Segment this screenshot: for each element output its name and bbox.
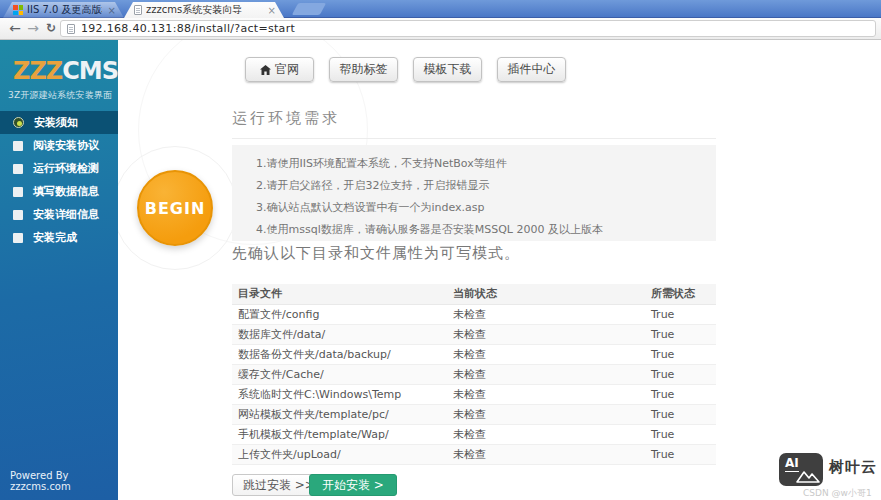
radio-selected-icon bbox=[13, 117, 24, 128]
url-box[interactable]: 192.168.40.131:88/install/?act=start bbox=[60, 20, 876, 37]
sidebar-item-db-info[interactable]: 填写数据信息 bbox=[0, 180, 118, 203]
section-title-environment: 运行环境需求 bbox=[232, 109, 716, 139]
watermark: AI 树叶云 CSDN @w小哥1 bbox=[775, 450, 881, 500]
windows-icon bbox=[13, 5, 23, 15]
cell-current-status: 未检查 bbox=[447, 304, 645, 324]
sidebar-item-install-details[interactable]: 安装详细信息 bbox=[0, 203, 118, 226]
official-site-button[interactable]: 官网 bbox=[245, 57, 314, 82]
watermark-brand: 树叶云 bbox=[829, 458, 877, 477]
col-header-required-status: 所需状态 bbox=[645, 284, 716, 304]
sidebar-item-license[interactable]: 阅读安装协议 bbox=[0, 134, 118, 157]
requirement-item: 4.使用mssql数据库，请确认服务器是否安装MSSQL 2000 及以上版本 bbox=[256, 219, 716, 241]
checkbox-icon bbox=[13, 210, 23, 220]
forward-icon[interactable]: → bbox=[24, 18, 42, 40]
template-download-button[interactable]: 模板下载 bbox=[413, 57, 482, 82]
sidebar-item-label: 阅读安装协议 bbox=[33, 138, 99, 153]
cell-required-status: True bbox=[645, 304, 716, 324]
cell-directory: 缓存文件/Cache/ bbox=[232, 364, 447, 384]
sidebar-item-install-notes[interactable]: 安装须知 bbox=[0, 111, 118, 134]
table-row: 配置文件/config 未检查 True bbox=[232, 304, 716, 324]
cell-current-status: 未检查 bbox=[447, 344, 645, 364]
sidebar-item-install-done[interactable]: 安装完成 bbox=[0, 226, 118, 249]
cell-current-status: 未检查 bbox=[447, 324, 645, 344]
mountain-icon bbox=[796, 468, 820, 483]
cell-required-status: True bbox=[645, 444, 716, 464]
checkbox-icon bbox=[13, 187, 23, 197]
col-header-directory: 目录文件 bbox=[232, 284, 447, 304]
install-steps-menu: 安装须知 阅读安装协议 运行环境检测 填写数据信息 安装详细信息 安装完成 bbox=[0, 111, 118, 249]
reload-icon[interactable]: ↻ bbox=[43, 18, 59, 40]
page-icon bbox=[67, 24, 75, 34]
logo-zzz: ZZZ bbox=[13, 57, 62, 85]
col-header-current-status: 当前状态 bbox=[447, 284, 645, 304]
close-icon[interactable]: × bbox=[106, 5, 118, 16]
sidebar: ZZZCMS 3Z开源建站系统安装界面 安装须知 阅读安装协议 运行环境检测 填… bbox=[0, 40, 118, 500]
main-content: BEGIN 官网 帮助标签 模板下载 插件中心 运行环境需求 1.请使用IIS环… bbox=[118, 40, 881, 500]
sidebar-item-env-check[interactable]: 运行环境检测 bbox=[0, 157, 118, 180]
button-label: 官网 bbox=[275, 61, 299, 78]
logo-subtitle: 3Z开源建站系统安装界面 bbox=[8, 89, 112, 102]
top-nav: 官网 帮助标签 模板下载 插件中心 bbox=[245, 57, 566, 82]
cell-directory: 手机模板文件/template/Wap/ bbox=[232, 424, 447, 444]
button-label: 帮助标签 bbox=[340, 61, 388, 78]
table-row: 缓存文件/Cache/ 未检查 True bbox=[232, 364, 716, 384]
section-title-writable: 先确认以下目录和文件属性为可写模式。 bbox=[232, 244, 520, 263]
table-row: 数据库文件/data/ 未检查 True bbox=[232, 324, 716, 344]
button-label: 模板下载 bbox=[424, 61, 472, 78]
screenshot-root: IIS 7.0 及更高版本 × zzzcms系统安装向导 × ← → ↻ 192… bbox=[0, 0, 881, 500]
powered-by: Powered By zzzcms.com bbox=[10, 470, 118, 492]
url-text: 192.168.40.131:88/install/?act=start bbox=[81, 22, 295, 35]
start-install-button[interactable]: 开始安装 > bbox=[309, 474, 397, 496]
cell-required-status: True bbox=[645, 384, 716, 404]
sidebar-item-label: 安装须知 bbox=[34, 115, 78, 130]
requirement-item: 3.确认站点默认文档设置中有一个为index.asp bbox=[256, 197, 716, 219]
sidebar-item-label: 安装详细信息 bbox=[33, 207, 99, 222]
requirement-item: 1.请使用IIS环境配置本系统，不支持NetBox等组件 bbox=[256, 153, 716, 175]
zzzcms-logo: ZZZCMS bbox=[13, 57, 118, 85]
shuyeyun-logo: AI bbox=[779, 453, 823, 486]
cell-current-status: 未检查 bbox=[447, 364, 645, 384]
help-tags-button[interactable]: 帮助标签 bbox=[329, 57, 398, 82]
tab-title: zzzcms系统安装向导 bbox=[146, 3, 262, 17]
begin-button[interactable]: BEGIN bbox=[137, 170, 213, 246]
cell-required-status: True bbox=[645, 344, 716, 364]
plugin-center-button[interactable]: 插件中心 bbox=[497, 57, 566, 82]
page-icon bbox=[134, 5, 142, 15]
cell-current-status: 未检查 bbox=[447, 384, 645, 404]
cell-directory: 系统临时文件C:\Windows\Temp bbox=[232, 384, 447, 404]
cell-directory: 配置文件/config bbox=[232, 304, 447, 324]
new-tab-button[interactable] bbox=[292, 3, 326, 15]
tab-zzzcms-installer[interactable]: zzzcms系统安装向导 × bbox=[124, 2, 284, 18]
home-icon bbox=[260, 65, 271, 75]
cell-directory: 数据库文件/data/ bbox=[232, 324, 447, 344]
cell-directory: 数据备份文件夹/data/backup/ bbox=[232, 344, 447, 364]
cell-directory: 网站模板文件夹/template/pc/ bbox=[232, 404, 447, 424]
cell-current-status: 未检查 bbox=[447, 424, 645, 444]
cell-required-status: True bbox=[645, 324, 716, 344]
tab-bar: IIS 7.0 及更高版本 × zzzcms系统安装向导 × bbox=[0, 0, 881, 18]
cell-required-status: True bbox=[645, 364, 716, 384]
tab-iis-help[interactable]: IIS 7.0 及更高版本 × bbox=[3, 2, 124, 18]
cell-required-status: True bbox=[645, 424, 716, 444]
table-row: 系统临时文件C:\Windows\Temp 未检查 True bbox=[232, 384, 716, 404]
table-header-row: 目录文件 当前状态 所需状态 bbox=[232, 284, 716, 304]
writable-check-table: 目录文件 当前状态 所需状态 配置文件/config 未检查 True 数据库文… bbox=[232, 284, 716, 465]
button-label: 插件中心 bbox=[508, 61, 556, 78]
table-row: 上传文件夹/upLoad/ 未检查 True bbox=[232, 444, 716, 464]
sidebar-item-label: 运行环境检测 bbox=[33, 161, 99, 176]
sidebar-item-label: 安装完成 bbox=[33, 230, 77, 245]
address-bar: ← → ↻ 192.168.40.131:88/install/?act=sta… bbox=[0, 18, 881, 40]
back-icon[interactable]: ← bbox=[6, 18, 24, 40]
checkbox-icon bbox=[13, 141, 23, 151]
cell-required-status: True bbox=[645, 404, 716, 424]
cell-current-status: 未检查 bbox=[447, 444, 645, 464]
watermark-credit: CSDN @w小哥1 bbox=[803, 487, 872, 500]
cell-directory: 上传文件夹/upLoad/ bbox=[232, 444, 447, 464]
checkbox-icon bbox=[13, 233, 23, 243]
tab-title: IIS 7.0 及更高版本 bbox=[27, 3, 102, 17]
table-row: 网站模板文件夹/template/pc/ 未检查 True bbox=[232, 404, 716, 424]
checkbox-icon bbox=[13, 164, 23, 174]
close-icon[interactable]: × bbox=[266, 5, 278, 16]
logo-cms: CMS bbox=[62, 57, 118, 85]
cell-current-status: 未检查 bbox=[447, 404, 645, 424]
